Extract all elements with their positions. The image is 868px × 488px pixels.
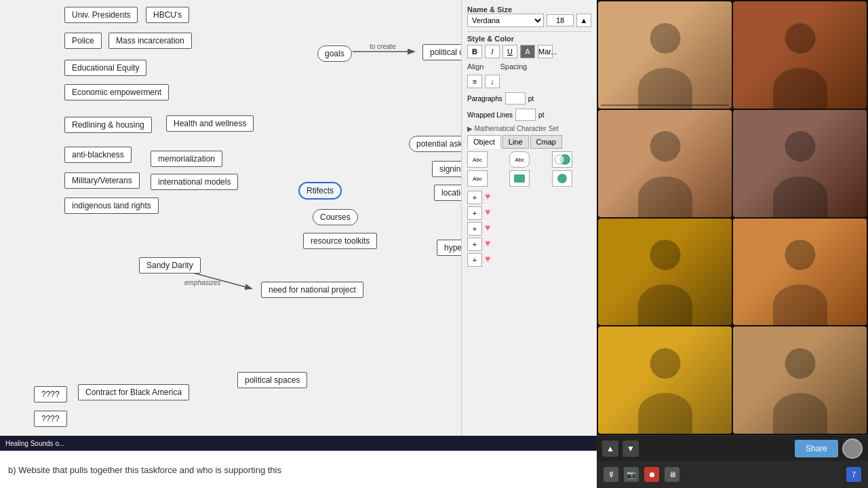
- node-unknown-1[interactable]: ????: [34, 386, 67, 402]
- expand-btn-2[interactable]: +: [467, 206, 482, 220]
- font-select[interactable]: Verdana: [467, 14, 544, 27]
- participant-1: [598, 1, 732, 109]
- align-down-btn[interactable]: ↓: [485, 75, 500, 88]
- color-button[interactable]: A: [520, 45, 535, 58]
- heart-icon-4[interactable]: ♥: [485, 238, 490, 251]
- video-cell-1: [598, 1, 732, 109]
- italic-button[interactable]: I: [485, 45, 500, 58]
- video-panel: ▲ ▼ Share 🎙 📷 ⏺ 🖥 7: [597, 0, 868, 488]
- svg-text:to create: to create: [370, 43, 396, 50]
- video-bottom-controls: ▲ ▼ Share: [597, 435, 868, 461]
- healing-bar: Healing Sounds o...: [0, 436, 597, 451]
- font-size-up[interactable]: ▲: [576, 14, 591, 27]
- style-abc-3[interactable]: Abc: [467, 170, 488, 187]
- video-ctrl-next[interactable]: ▼: [623, 440, 639, 457]
- concept-map-area: Concept Map - Educational Equity to crea…: [0, 0, 597, 488]
- font-size-input[interactable]: [547, 14, 574, 26]
- node-sandy-darity[interactable]: Sandy Darity: [139, 257, 201, 274]
- heart-icon-3[interactable]: ♥: [485, 222, 490, 236]
- property-panel: Name & Size Verdana ▲ Style & Color B I …: [461, 0, 597, 462]
- style-color-label: Style & Color: [467, 31, 591, 43]
- bottom-text-bar: b) Website that pulls together this task…: [0, 451, 597, 488]
- participant-4: [733, 110, 867, 217]
- video-cell-4: [733, 110, 867, 217]
- align-label: Align: [467, 62, 484, 71]
- pt-label-1: pt: [528, 95, 534, 102]
- node-mass-incarceration[interactable]: Mass incarceration: [108, 33, 192, 49]
- node-health[interactable]: Health and wellness: [166, 115, 254, 132]
- heart-icon-5[interactable]: ♥: [485, 253, 490, 267]
- node-anti-blackness[interactable]: anti-blackness: [64, 147, 132, 163]
- record-icon[interactable]: ⏺: [644, 467, 659, 482]
- paragraphs-input[interactable]: [505, 92, 526, 105]
- math-char-toggle[interactable]: ▶ Mathematical Character Set: [467, 125, 591, 132]
- node-international-models[interactable]: international models: [151, 174, 238, 190]
- style-rect-text[interactable]: Abc: [467, 151, 488, 168]
- participant-5: [598, 219, 732, 326]
- reaction-controls: + ♥ + ♥ + ♥ + ♥ + ♥: [467, 191, 591, 267]
- node-national-project[interactable]: need for national project: [261, 282, 363, 298]
- share-button[interactable]: Share: [795, 440, 838, 457]
- mute-icon[interactable]: 🎙: [604, 467, 618, 482]
- node-indigenous[interactable]: indigenous land rights: [64, 198, 159, 214]
- bottom-icons: 🎙 📷 ⏺ 🖥: [604, 467, 679, 482]
- spacing-label: Spacing: [500, 62, 527, 71]
- screen-share-icon[interactable]: 🖥: [665, 467, 679, 482]
- underline-button[interactable]: U: [502, 45, 517, 58]
- expand-btn[interactable]: +: [467, 191, 482, 204]
- video-cell-6: [733, 219, 867, 326]
- node-style-grid: Abc Abc Abc: [467, 151, 591, 187]
- user-avatar: [842, 438, 863, 459]
- node-contract-black-america[interactable]: Contract for Black America: [78, 384, 189, 400]
- style-circle-indicator[interactable]: [552, 151, 572, 168]
- node-univ-presidents[interactable]: Univ. Presidents: [64, 7, 138, 23]
- bottom-bar: 🎙 📷 ⏺ 🖥 7: [597, 461, 868, 488]
- tab-line[interactable]: Line: [502, 135, 529, 149]
- healing-bar-text: Healing Sounds o...: [5, 440, 64, 447]
- node-economic-empowerment[interactable]: Economic empowerment: [64, 84, 169, 100]
- node-police[interactable]: Police: [64, 33, 102, 49]
- node-rtifects[interactable]: Rtifects: [298, 182, 342, 200]
- node-political-spaces[interactable]: political spaces: [237, 372, 307, 388]
- tab-object[interactable]: Object: [467, 135, 501, 149]
- seven-icon[interactable]: 7: [846, 467, 861, 482]
- video-ctrl-prev[interactable]: ▲: [602, 440, 618, 457]
- node-military-veterans[interactable]: Military/Veterans: [64, 172, 140, 189]
- participant-2: [733, 1, 867, 109]
- video-cell-2: [733, 1, 867, 109]
- node-memorialization[interactable]: memorialization: [151, 151, 222, 167]
- style-oval-text[interactable]: Abc: [509, 151, 530, 168]
- camera-icon[interactable]: 📷: [624, 467, 639, 482]
- style-green-circle[interactable]: [552, 170, 572, 187]
- svg-text:emphasizes: emphasizes: [184, 279, 220, 286]
- wrapped-lines-input[interactable]: [515, 109, 536, 121]
- paragraphs-label: Paragraphs: [467, 95, 502, 102]
- bottom-right-controls: 7: [846, 467, 861, 482]
- expand-btn-5[interactable]: +: [467, 253, 482, 267]
- align-left-btn[interactable]: ≡: [467, 75, 482, 88]
- video-cell-5: [598, 219, 732, 326]
- bold-button[interactable]: B: [467, 45, 482, 58]
- node-redlining[interactable]: Redlining & housing: [64, 117, 152, 133]
- node-courses[interactable]: Courses: [313, 209, 358, 225]
- video-cell-3: [598, 110, 732, 217]
- video-cell-7: [598, 326, 732, 434]
- participant-6: [733, 219, 867, 326]
- participant-3: [598, 110, 732, 217]
- pt-label-2: pt: [538, 111, 544, 119]
- node-resource-toolkits[interactable]: resource toolkits: [303, 233, 377, 249]
- node-unknown-2[interactable]: ????: [34, 411, 67, 427]
- svg-point-5: [555, 155, 564, 164]
- heart-icon-1[interactable]: ♥: [485, 191, 490, 204]
- mar-button[interactable]: Mar...: [538, 45, 553, 58]
- tab-cmap[interactable]: Cmap: [530, 135, 562, 149]
- expand-btn-3[interactable]: +: [467, 222, 482, 236]
- wrapped-lines-label: Wrapped Lines: [467, 111, 513, 119]
- node-educational-equity[interactable]: Educational Equity: [64, 60, 146, 76]
- expand-btn-4[interactable]: +: [467, 238, 482, 251]
- node-goals[interactable]: goals: [317, 45, 352, 62]
- participant-7: [598, 326, 732, 434]
- style-green-block[interactable]: [509, 170, 530, 187]
- heart-icon-2[interactable]: ♥: [485, 206, 490, 220]
- node-hbcu[interactable]: HBCU's: [146, 7, 189, 23]
